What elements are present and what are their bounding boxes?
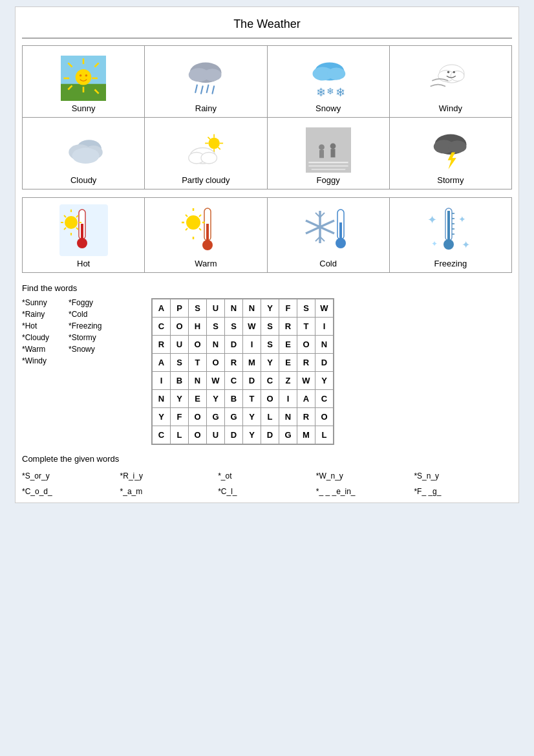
label-freezing: Freezing bbox=[434, 259, 467, 268]
partly-cloudy-icon bbox=[183, 127, 228, 173]
label-windy: Windy bbox=[439, 103, 462, 113]
word-grid-cell: S bbox=[297, 299, 315, 318]
svg-point-60 bbox=[77, 238, 87, 248]
word-grid-cell: U bbox=[171, 336, 189, 354]
word-grid-cell: F bbox=[171, 408, 189, 426]
complete-item: *R_i_y bbox=[120, 471, 219, 481]
weather-grid: Sunny Rainy bbox=[22, 45, 512, 189]
word-grid-cell: O bbox=[207, 354, 225, 372]
word-search-grid: APSUNNYFSWCOHSSWSRTIRUONDISEONASTORMYERD… bbox=[151, 298, 334, 445]
svg-line-80 bbox=[186, 228, 187, 230]
temp-cell-cold: Cold bbox=[268, 198, 390, 272]
weather-cell-sunny: Sunny bbox=[23, 46, 145, 117]
svg-point-12 bbox=[85, 74, 88, 77]
weather-cell-foggy: Foggy bbox=[268, 118, 390, 189]
temp-grid: Hot bbox=[22, 197, 512, 273]
temp-cell-warm: Warm bbox=[145, 198, 267, 272]
word-grid-cell: E bbox=[279, 336, 297, 354]
word-grid-cell: S bbox=[261, 336, 279, 354]
section-complete-title: Complete the given words bbox=[22, 454, 512, 464]
stormy-icon bbox=[428, 127, 473, 173]
svg-point-28 bbox=[451, 71, 464, 81]
wordfind-section: Find the words *Sunny*Rainy*Hot*Cloudy*W… bbox=[22, 283, 512, 445]
word-grid-cell: W bbox=[315, 299, 334, 318]
word-grid-cell: C bbox=[153, 426, 171, 444]
svg-text:✦: ✦ bbox=[427, 213, 437, 226]
word-grid-cell: R bbox=[279, 318, 297, 336]
word-grid-cell: I bbox=[153, 372, 171, 390]
word-grid-cell: I bbox=[315, 318, 334, 336]
word-item: *Freezing bbox=[69, 321, 101, 330]
word-grid-cell: F bbox=[279, 299, 297, 318]
temp-cell-freezing: ✦ ✦ ✦ ✦ Freezing bbox=[390, 198, 511, 272]
weather-cell-windy: Windy bbox=[390, 46, 511, 117]
word-grid-cell: I bbox=[243, 336, 261, 354]
svg-rect-71 bbox=[206, 224, 209, 242]
svg-line-81 bbox=[199, 215, 201, 217]
svg-line-79 bbox=[199, 228, 201, 230]
svg-line-16 bbox=[196, 85, 198, 92]
svg-point-72 bbox=[202, 240, 213, 250]
word-search-table: APSUNNYFSWCOHSSWSRTIRUONDISEONASTORMYERD… bbox=[152, 299, 334, 444]
svg-line-78 bbox=[186, 215, 187, 217]
word-grid-cell: L bbox=[261, 408, 279, 426]
word-grid-cell: D bbox=[315, 354, 334, 372]
label-sunny: Sunny bbox=[72, 103, 96, 113]
label-foggy: Foggy bbox=[317, 175, 340, 185]
weather-cell-partly-cloudy: Partly cloudy bbox=[145, 118, 267, 189]
complete-item: *F_ _g_ bbox=[414, 487, 512, 496]
word-grid-cell: B bbox=[171, 372, 189, 390]
word-grid-cell: O bbox=[189, 426, 207, 444]
svg-point-55 bbox=[448, 140, 466, 153]
rainy-icon bbox=[183, 56, 228, 101]
complete-item: *C_l_ bbox=[218, 487, 316, 496]
word-grid-cell: P bbox=[171, 299, 189, 318]
svg-point-15 bbox=[204, 69, 222, 81]
word-grid-row: IBNWCDCZWY bbox=[153, 372, 334, 390]
word-grid-cell: S bbox=[207, 318, 225, 336]
word-grid-cell: T bbox=[297, 318, 315, 336]
word-item: *Warm bbox=[22, 345, 49, 354]
word-grid-cell: T bbox=[243, 390, 261, 408]
word-grid-row: YFOGGYLNRO bbox=[153, 408, 334, 426]
word-grid-cell: S bbox=[189, 299, 207, 318]
word-grid-cell: Y bbox=[171, 390, 189, 408]
word-grid-cell: O bbox=[261, 390, 279, 408]
freezing-icon: ✦ ✦ ✦ ✦ bbox=[426, 204, 475, 256]
svg-point-61 bbox=[65, 216, 78, 229]
word-grid-cell: Y bbox=[261, 354, 279, 372]
complete-item: *S_n_y bbox=[414, 471, 512, 481]
word-grid-cell: Y bbox=[153, 408, 171, 426]
word-grid-cell: C bbox=[153, 318, 171, 336]
label-rainy: Rainy bbox=[195, 103, 217, 113]
word-grid-cell: I bbox=[279, 390, 297, 408]
word-grid-cell: Y bbox=[243, 408, 261, 426]
svg-text:✦: ✦ bbox=[431, 239, 438, 248]
section-find-title: Find the words bbox=[22, 283, 512, 293]
svg-text:✦: ✦ bbox=[462, 239, 470, 250]
word-grid-cell: S bbox=[261, 318, 279, 336]
svg-rect-90 bbox=[339, 222, 342, 241]
weather-cell-stormy: Stormy bbox=[390, 118, 511, 189]
svg-point-73 bbox=[186, 215, 200, 230]
word-grid-cell: G bbox=[279, 426, 297, 444]
svg-text:❄: ❄ bbox=[326, 86, 334, 96]
word-grid-cell: R bbox=[225, 354, 243, 372]
weather-row-2: Cloudy Partly cloudy bbox=[23, 118, 511, 189]
page-container: The Weather bbox=[15, 6, 519, 503]
word-grid-cell: C bbox=[261, 372, 279, 390]
svg-point-98 bbox=[443, 239, 454, 250]
word-grid-cell: G bbox=[207, 408, 225, 426]
wordfind-layout: *Sunny*Rainy*Hot*Cloudy*Warm*Windy *Fogg… bbox=[22, 298, 512, 445]
word-grid-cell: Z bbox=[279, 372, 297, 390]
weather-cell-cloudy: Cloudy bbox=[23, 118, 145, 189]
svg-line-18 bbox=[207, 85, 209, 92]
weather-cell-rainy: Rainy bbox=[145, 46, 267, 117]
word-item: *Foggy bbox=[69, 298, 101, 307]
complete-item: *_ot bbox=[218, 471, 316, 481]
label-hot: Hot bbox=[77, 259, 90, 268]
svg-line-40 bbox=[208, 137, 211, 140]
svg-point-48 bbox=[330, 144, 336, 149]
svg-point-22 bbox=[327, 67, 345, 80]
word-col-2: *Foggy*Cold*Freezing*Stormy*Snowy bbox=[69, 298, 101, 365]
